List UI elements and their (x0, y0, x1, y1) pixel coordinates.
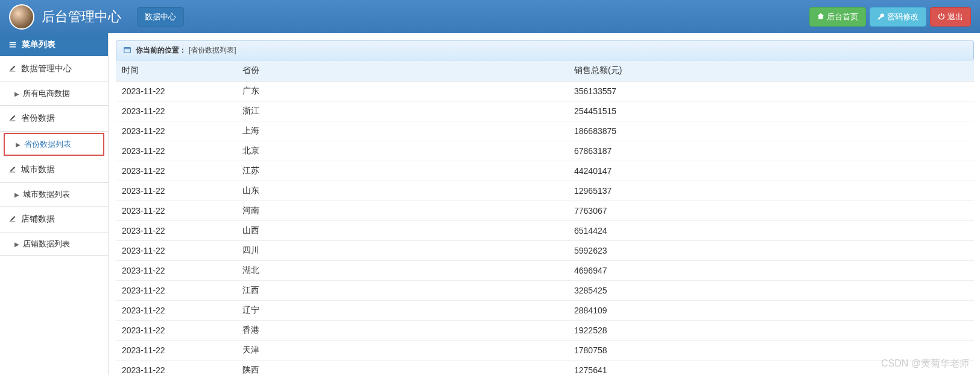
menu-item[interactable]: ▶所有电商数据 (0, 82, 108, 106)
caret-icon: ▶ (14, 91, 19, 97)
menu-item-label: 店铺数据列表 (23, 239, 70, 249)
table-row: 2023-11-22广东356133557 (116, 82, 974, 101)
edit-icon (8, 114, 16, 123)
cell-date: 2023-11-22 (116, 121, 236, 141)
caret-icon: ▶ (14, 191, 19, 198)
cell-amount: 356133557 (568, 82, 974, 101)
cell-province: 天津 (236, 341, 568, 361)
home-button[interactable]: 后台首页 (809, 7, 866, 27)
logout-button-label: 退出 (947, 11, 963, 22)
cell-province: 湖北 (236, 261, 568, 281)
cell-date: 2023-11-22 (116, 261, 236, 281)
cell-province: 北京 (236, 141, 568, 161)
cell-date: 2023-11-22 (116, 241, 236, 261)
cell-date: 2023-11-22 (116, 181, 236, 201)
table-header-row: 时间 省份 销售总额(元) (116, 60, 974, 82)
cell-date: 2023-11-22 (116, 281, 236, 301)
cell-province: 香港 (236, 321, 568, 341)
col-header-date: 时间 (116, 60, 236, 82)
cell-amount: 254451515 (568, 101, 974, 121)
cell-province: 山西 (236, 221, 568, 241)
menu-group[interactable]: 数据管理中心 (0, 56, 108, 82)
svg-rect-0 (124, 47, 131, 53)
table-row: 2023-11-22天津1780758 (116, 341, 974, 361)
menu-group[interactable]: 城市数据 (0, 157, 108, 183)
menu-group-label: 店铺数据 (21, 214, 55, 225)
cell-province: 浙江 (236, 101, 568, 121)
edit-icon (8, 215, 16, 224)
cell-amount: 4696947 (568, 261, 974, 281)
cell-date: 2023-11-22 (116, 321, 236, 341)
edit-icon (8, 65, 16, 74)
menu-header: 菜单列表 (0, 33, 108, 56)
menu-group[interactable]: 省份数据 (0, 106, 108, 132)
table-row: 2023-11-22辽宁2884109 (116, 301, 974, 321)
cell-amount: 12965137 (568, 181, 974, 201)
cell-amount: 5992623 (568, 241, 974, 261)
data-table: 时间 省份 销售总额(元) 2023-11-22广东3561335572023-… (116, 60, 974, 375)
cell-amount: 3285425 (568, 281, 974, 301)
power-icon (938, 13, 945, 21)
password-button-label: 密码修改 (887, 11, 918, 22)
table-row: 2023-11-22浙江254451515 (116, 101, 974, 121)
menu-group-label: 省份数据 (21, 113, 55, 124)
main-content: 你当前的位置： [省份数据列表] 时间 省份 销售总额(元) 2023-11-2… (109, 33, 980, 375)
menu-item[interactable]: ▶城市数据列表 (0, 183, 108, 207)
breadcrumb: 你当前的位置： [省份数据列表] (116, 40, 974, 60)
breadcrumb-value: [省份数据列表] (189, 45, 236, 56)
password-button[interactable]: 密码修改 (870, 7, 926, 27)
cell-amount: 1275641 (568, 361, 974, 376)
window-icon (124, 46, 131, 55)
table-row: 2023-11-22四川5992623 (116, 241, 974, 261)
cell-province: 上海 (236, 121, 568, 141)
menu-item[interactable]: ▶省份数据列表 (4, 133, 104, 156)
menu-item-label: 城市数据列表 (23, 189, 70, 200)
cell-amount: 6514424 (568, 221, 974, 241)
menu-group[interactable]: 店铺数据 (0, 207, 108, 232)
table-row: 2023-11-22湖北4696947 (116, 261, 974, 281)
cell-amount: 186683875 (568, 121, 974, 141)
table-row: 2023-11-22江苏44240147 (116, 161, 974, 181)
menu-item[interactable]: ▶店铺数据列表 (0, 232, 108, 256)
menu-group-label: 城市数据 (21, 164, 55, 175)
table-row: 2023-11-22香港1922528 (116, 321, 974, 341)
breadcrumb-label: 你当前的位置： (136, 45, 186, 56)
cell-date: 2023-11-22 (116, 361, 236, 376)
cell-amount: 67863187 (568, 141, 974, 161)
table-row: 2023-11-22陕西1275641 (116, 361, 974, 376)
cell-province: 陕西 (236, 361, 568, 376)
table-row: 2023-11-22河南7763067 (116, 201, 974, 221)
table-row: 2023-11-22江西3285425 (116, 281, 974, 301)
cell-amount: 44240147 (568, 161, 974, 181)
cell-province: 山东 (236, 181, 568, 201)
col-header-province: 省份 (236, 60, 568, 82)
menu-item-label: 所有电商数据 (23, 88, 70, 99)
menu-group-label: 数据管理中心 (21, 63, 72, 74)
table-row: 2023-11-22山西6514424 (116, 221, 974, 241)
cell-date: 2023-11-22 (116, 341, 236, 361)
cell-amount: 7763067 (568, 201, 974, 221)
cell-amount: 1780758 (568, 341, 974, 361)
menu-item-label: 省份数据列表 (24, 139, 71, 150)
data-center-button[interactable]: 数据中心 (137, 7, 184, 27)
home-button-label: 后台首页 (827, 11, 858, 22)
logout-button[interactable]: 退出 (930, 7, 971, 27)
key-icon (877, 13, 885, 21)
cell-province: 江苏 (236, 161, 568, 181)
col-header-amount: 销售总额(元) (568, 60, 974, 82)
menu-header-label: 菜单列表 (22, 39, 55, 50)
cell-date: 2023-11-22 (116, 161, 236, 181)
table-row: 2023-11-22山东12965137 (116, 181, 974, 201)
cell-amount: 1922528 (568, 321, 974, 341)
cell-date: 2023-11-22 (116, 221, 236, 241)
cell-province: 广东 (236, 82, 568, 101)
cell-date: 2023-11-22 (116, 101, 236, 121)
cell-date: 2023-11-22 (116, 201, 236, 221)
cell-province: 江西 (236, 281, 568, 301)
cell-province: 河南 (236, 201, 568, 221)
table-row: 2023-11-22上海186683875 (116, 121, 974, 141)
caret-icon: ▶ (14, 241, 19, 248)
home-icon (817, 13, 824, 21)
app-title: 后台管理中心 (42, 8, 121, 26)
avatar[interactable] (9, 4, 34, 30)
